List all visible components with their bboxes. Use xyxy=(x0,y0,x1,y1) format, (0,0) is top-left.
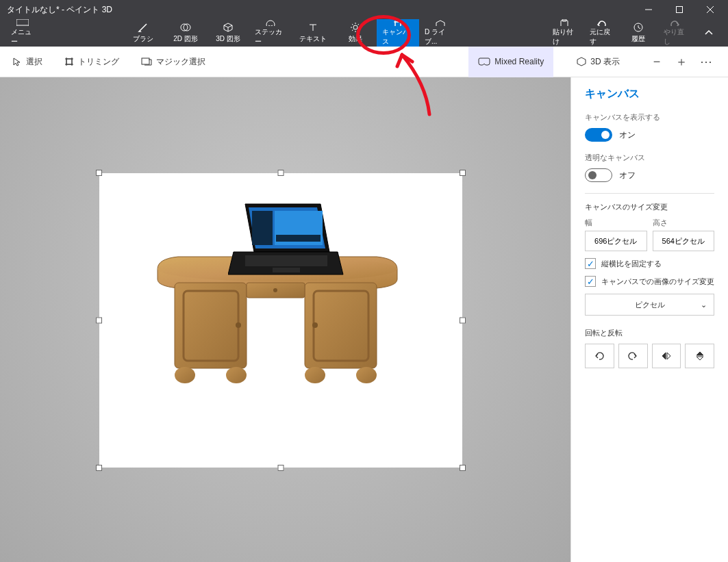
width-input[interactable] xyxy=(585,231,647,251)
zoom-out-button[interactable]: − xyxy=(649,53,665,70)
show-canvas-toggle[interactable] xyxy=(585,128,612,142)
lock-ratio-label: 縦横比を固定する xyxy=(601,259,662,269)
svg-line-16 xyxy=(352,24,353,25)
tool-effects[interactable]: 効果 xyxy=(334,19,377,47)
tool-2d-shapes[interactable]: 2D 図形 xyxy=(164,19,207,47)
laptop-image xyxy=(228,201,344,283)
workspace[interactable] xyxy=(0,77,570,562)
maximize-button[interactable] xyxy=(664,0,694,19)
flip-horizontal-button[interactable] xyxy=(652,344,681,368)
svg-line-19 xyxy=(358,24,360,25)
toggle-off-label: オフ xyxy=(619,170,636,181)
tool-3d-shapes[interactable]: 3D 図形 xyxy=(207,19,249,47)
resize-image-checkbox[interactable]: ✓ xyxy=(585,276,596,287)
svg-line-17 xyxy=(358,30,360,31)
resize-image-label: キャンパスでの画像のサイズ変更 xyxy=(601,277,714,287)
panel-title: キャンバス xyxy=(585,87,714,101)
resize-handle[interactable] xyxy=(278,465,284,471)
svg-point-11 xyxy=(353,25,357,29)
paste-button[interactable]: 貼り付け xyxy=(547,19,581,47)
window-title: タイトルなし* - ペイント 3D xyxy=(7,4,633,16)
zoom-in-button[interactable]: ＋ xyxy=(673,53,690,70)
unit-select[interactable]: ピクセル ⌄ xyxy=(585,294,714,316)
rotate-section-label: 回転と反転 xyxy=(585,328,714,338)
toggle-on-label: オン xyxy=(619,129,636,141)
svg-line-29 xyxy=(638,27,640,29)
svg-rect-1 xyxy=(676,7,682,13)
resize-handle[interactable] xyxy=(460,465,466,471)
zoom-more-button[interactable]: ⋯ xyxy=(698,53,714,70)
collapse-ribbon-button[interactable] xyxy=(695,19,723,47)
canvas[interactable] xyxy=(99,173,462,468)
divider xyxy=(585,193,714,194)
width-label: 幅 xyxy=(585,218,647,228)
height-label: 高さ xyxy=(653,218,715,228)
tool-stickers[interactable]: ステッカー xyxy=(249,19,292,47)
history-button[interactable]: 履歴 xyxy=(621,19,655,47)
svg-point-48 xyxy=(356,367,377,383)
resize-handle[interactable] xyxy=(96,465,102,471)
minimize-button[interactable] xyxy=(633,0,664,19)
tool-canvas[interactable]: キャンバス xyxy=(377,19,419,47)
svg-point-8 xyxy=(266,21,275,26)
resize-handle[interactable] xyxy=(460,318,466,324)
height-input[interactable] xyxy=(653,231,715,251)
tool-brush[interactable]: ブラシ xyxy=(122,19,164,47)
svg-rect-53 xyxy=(273,268,300,272)
select-tool[interactable]: 選択 xyxy=(8,47,47,77)
close-button[interactable] xyxy=(694,0,725,19)
svg-rect-52 xyxy=(245,255,327,266)
rotate-ccw-button[interactable] xyxy=(585,344,614,368)
chevron-down-icon: ⌄ xyxy=(701,301,707,309)
menu-label: メニュー xyxy=(11,27,34,47)
resize-handle[interactable] xyxy=(96,318,102,324)
svg-point-42 xyxy=(312,322,318,328)
svg-rect-20 xyxy=(395,22,401,26)
view-3d-button[interactable]: 3D 表示 xyxy=(567,47,629,77)
tool-text[interactable]: テキスト xyxy=(292,19,334,47)
canvas-selection[interactable] xyxy=(99,173,462,468)
undo-button[interactable]: 元に戻す xyxy=(584,19,618,47)
svg-rect-30 xyxy=(66,59,72,64)
svg-point-45 xyxy=(175,367,195,383)
svg-rect-35 xyxy=(142,58,149,64)
svg-point-46 xyxy=(226,367,247,383)
lock-ratio-checkbox[interactable]: ✓ xyxy=(585,258,596,269)
svg-point-39 xyxy=(236,322,241,328)
resize-handle[interactable] xyxy=(96,170,102,176)
svg-point-44 xyxy=(273,288,277,292)
resize-section-label: キャンバスのサイズ変更 xyxy=(585,202,714,212)
crop-tool[interactable]: トリミング xyxy=(60,47,123,77)
rotate-cw-button[interactable] xyxy=(618,344,648,368)
svg-line-18 xyxy=(352,30,353,31)
titlebar: タイトルなし* - ペイント 3D xyxy=(0,0,728,19)
svg-rect-51 xyxy=(276,235,321,242)
transparent-canvas-toggle[interactable] xyxy=(585,168,612,182)
show-canvas-label: キャンバスを表示する xyxy=(585,112,714,123)
canvas-panel: キャンバス キャンバスを表示する オン 透明なキャンバス オフ キャンバスのサイ… xyxy=(570,77,728,562)
svg-rect-49 xyxy=(252,211,273,245)
flip-vertical-button[interactable] xyxy=(685,344,714,368)
sub-toolbar: 選択 トリミング マジック選択 Mixed Reality 3D 表示 − ＋ … xyxy=(0,47,728,77)
resize-handle[interactable] xyxy=(278,170,284,176)
tool-3d-library[interactable]: D ライブ... xyxy=(419,19,462,47)
mixed-reality-button[interactable]: Mixed Reality xyxy=(468,47,553,77)
redo-button[interactable]: やり直し xyxy=(658,19,692,47)
transparent-canvas-label: 透明なキャンバス xyxy=(585,153,714,163)
svg-point-47 xyxy=(305,367,325,383)
magic-select-tool[interactable]: マジック選択 xyxy=(137,47,210,77)
menu-button[interactable]: メニュー xyxy=(5,19,40,47)
resize-handle[interactable] xyxy=(460,170,466,176)
main-toolbar: メニュー ブラシ 2D 図形 3D 図形 ステッカー テキスト 効果 キャンバス… xyxy=(0,19,728,47)
